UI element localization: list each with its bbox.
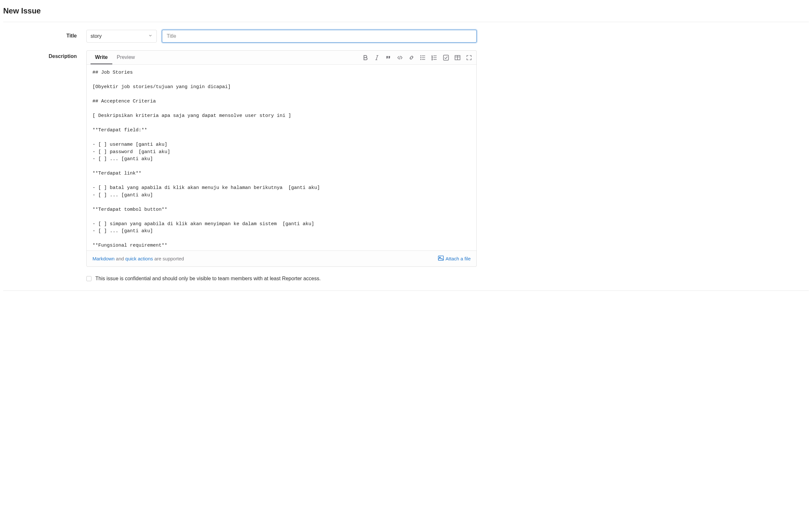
link-icon[interactable] [408, 54, 415, 61]
italic-icon[interactable] [373, 54, 380, 61]
confidential-checkbox[interactable] [86, 276, 91, 281]
svg-rect-6 [444, 55, 449, 60]
svg-rect-8 [438, 256, 444, 260]
table-icon[interactable] [454, 54, 461, 61]
svg-point-1 [420, 57, 421, 58]
title-label: Title [3, 30, 86, 39]
code-icon[interactable] [396, 54, 403, 61]
description-textarea[interactable]: ## Job Stories [Obyektir job stories/tuj… [87, 65, 476, 250]
svg-text:3: 3 [432, 58, 433, 60]
quick-actions-link[interactable]: quick actions [126, 256, 153, 261]
template-select[interactable]: story [86, 30, 157, 43]
tab-preview[interactable]: Preview [112, 51, 140, 65]
description-editor: Write Preview 123 ## Job Stories [Obyekt [86, 50, 477, 267]
tab-write[interactable]: Write [90, 51, 112, 65]
bullet-list-icon[interactable] [419, 54, 426, 61]
markdown-link[interactable]: Markdown [92, 256, 115, 261]
template-selected-value: story [90, 33, 102, 39]
description-label: Description [3, 50, 86, 59]
page-title: New Issue [3, 3, 809, 22]
divider [3, 291, 809, 291]
task-list-icon[interactable] [443, 54, 450, 61]
title-input[interactable] [162, 30, 477, 43]
svg-point-2 [420, 59, 421, 59]
fullscreen-icon[interactable] [465, 54, 473, 61]
confidential-row: This issue is confidential and should on… [3, 267, 809, 291]
attach-file-label: Attach a file [446, 256, 470, 261]
quote-icon[interactable] [385, 54, 392, 61]
attach-file-button[interactable]: Attach a file [438, 255, 470, 262]
editor-toolbar: 123 [362, 54, 473, 61]
title-row: Title story [3, 22, 809, 43]
svg-point-0 [420, 55, 421, 56]
bold-icon[interactable] [362, 54, 369, 61]
chevron-down-icon [148, 33, 153, 39]
markdown-help-text: Markdown and quick actions are supported [92, 256, 184, 261]
image-icon [438, 255, 444, 262]
numbered-list-icon[interactable]: 123 [431, 54, 438, 61]
description-row: Description Write Preview 123 [3, 43, 809, 267]
confidential-label: This issue is confidential and should on… [95, 276, 321, 281]
